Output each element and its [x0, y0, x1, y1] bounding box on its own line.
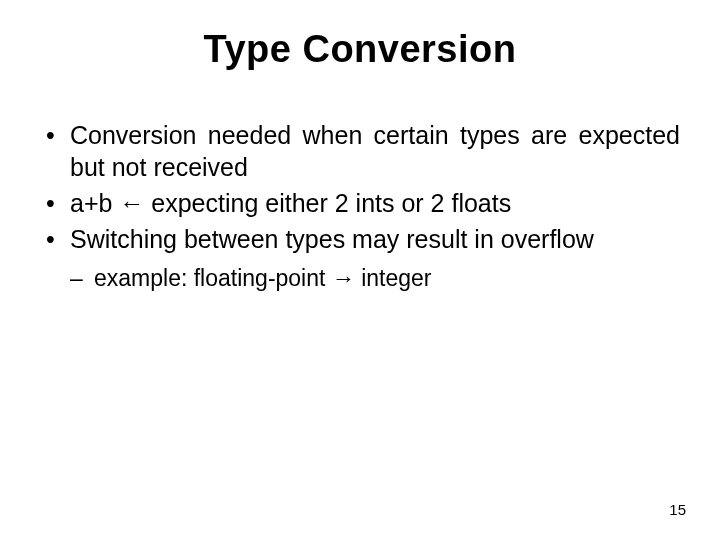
bullet-item: a+b ← expecting either 2 ints or 2 float…	[40, 187, 680, 219]
bullet-item: Conversion needed when certain types are…	[40, 119, 680, 183]
slide: Type Conversion Conversion needed when c…	[0, 0, 720, 540]
sub-bullet-item: example: floating-point → integer	[40, 265, 680, 292]
page-number: 15	[669, 501, 686, 518]
bullet-list: Conversion needed when certain types are…	[40, 119, 680, 255]
bullet-item: Switching between types may result in ov…	[40, 223, 680, 255]
slide-title: Type Conversion	[40, 28, 680, 71]
sub-bullet-list: example: floating-point → integer	[40, 265, 680, 292]
